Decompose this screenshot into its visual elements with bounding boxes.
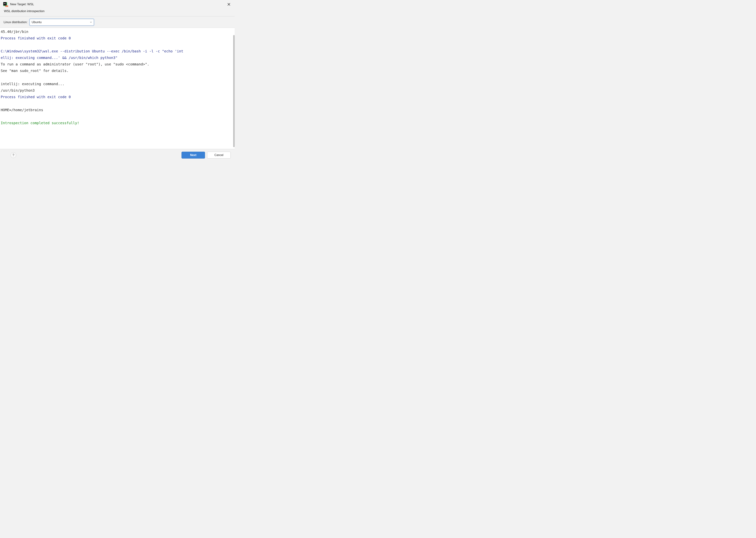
close-icon[interactable] <box>226 2 231 7</box>
pycharm-eap-icon: PC EAP <box>3 2 8 7</box>
console-output[interactable]: 45.40/jbr/bin Process finished with exit… <box>0 27 235 149</box>
title-bar: PC EAP New Target: WSL <box>0 0 235 8</box>
linux-distribution-select[interactable]: Ubuntu <box>29 19 94 26</box>
help-button[interactable]: ? <box>11 152 16 158</box>
next-button[interactable]: Next <box>182 152 205 159</box>
console-line: Process finished with exit code 0 <box>1 36 71 40</box>
help-icon: ? <box>13 153 14 157</box>
console-line: Process finished with exit code 0 <box>1 95 71 99</box>
scrollbar[interactable] <box>233 35 235 147</box>
linux-distribution-value: Ubuntu <box>31 21 42 24</box>
console-success-line: Introspection completed successfully! <box>1 121 79 125</box>
console-line: See "man sudo_root" for details. <box>1 69 69 73</box>
console-line: 45.40/jbr/bin <box>1 29 28 34</box>
window-title: New Target: WSL <box>10 3 224 6</box>
distro-row: Linux distribution: Ubuntu <box>0 17 235 27</box>
linux-distribution-label: Linux distribution: <box>4 21 27 24</box>
console-line: HOME=/home/jetbrains <box>1 108 43 112</box>
console-line: intellij: executing command... <box>1 82 64 86</box>
dialog-footer: ? Next Cancel <box>0 149 235 162</box>
console-line: C:\Windows\system32\wsl.exe --distributi… <box>1 49 183 53</box>
page-subtitle: WSL distribution introspection <box>0 8 235 16</box>
cancel-button[interactable]: Cancel <box>207 152 231 159</box>
console-line: /usr/bin/python3 <box>1 88 35 92</box>
console-line: ellij: executing command...' && /usr/bin… <box>1 56 118 60</box>
console-line: To run a command as administrator (user … <box>1 62 149 66</box>
